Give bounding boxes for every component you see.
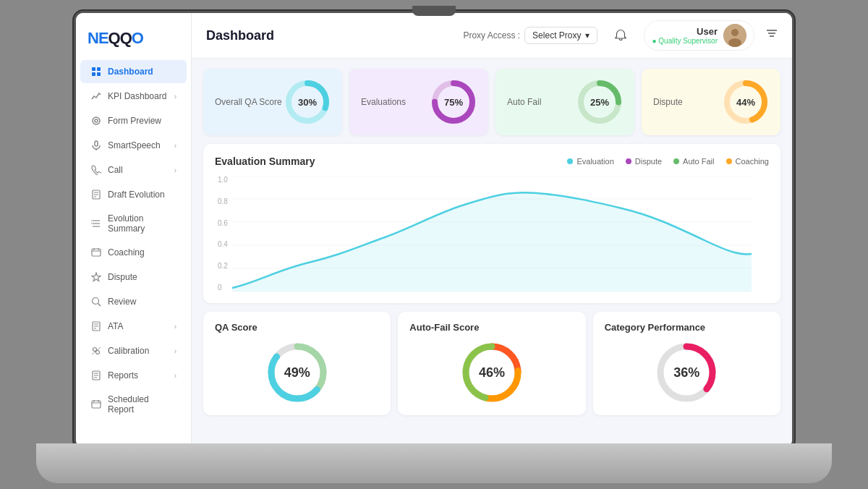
metric-card-qa-score: Overall QA Score 30% bbox=[203, 69, 342, 135]
dashboard-body: Overall QA Score 30% Evaluations bbox=[192, 59, 792, 447]
metric-label-dispute: Dispute bbox=[653, 97, 683, 107]
user-section: User ● Quality Supervisor bbox=[644, 20, 754, 51]
sidebar-label-reports: Reports bbox=[108, 370, 138, 380]
sidebar-item-review[interactable]: Review bbox=[80, 290, 187, 313]
sidebar-label-kpi: KPI Dashboard bbox=[108, 91, 166, 101]
svg-rect-3 bbox=[97, 72, 101, 76]
bottom-donut-qa: 49% bbox=[215, 340, 379, 405]
chevron-down-icon: ▾ bbox=[585, 30, 590, 41]
qa-donut: 30% bbox=[284, 79, 331, 125]
metric-card-dispute: Dispute 44% bbox=[642, 69, 780, 135]
svg-rect-2 bbox=[92, 72, 95, 76]
legend-label-autofail: Auto Fail bbox=[683, 157, 714, 166]
bottom-card-qa-score: QA Score 49% bbox=[203, 312, 391, 415]
sidebar-label-review: Review bbox=[108, 297, 136, 307]
sidebar-label-smartspeech: SmartSpeech bbox=[108, 140, 161, 150]
logo-ne: NE bbox=[88, 29, 109, 47]
svg-point-5 bbox=[95, 119, 98, 122]
draft-icon bbox=[90, 189, 102, 200]
sidebar-item-kpi-dashboard[interactable]: KPI Dashboard › bbox=[80, 85, 187, 108]
chart-area: 1.0 0.8 0.6 0.4 0.2 0 bbox=[215, 176, 769, 292]
call-arrow: › bbox=[174, 166, 176, 174]
bottom-donut-category-wrapper: 36% bbox=[605, 340, 769, 405]
calibration-icon bbox=[90, 345, 102, 357]
svg-rect-6 bbox=[95, 141, 98, 146]
sidebar-item-dashboard[interactable]: Dashboard bbox=[80, 60, 187, 83]
main-content: Dashboard Proxy Access : Select Proxy ▾ bbox=[192, 13, 792, 447]
legend-label-coaching: Coaching bbox=[736, 157, 769, 166]
call-icon bbox=[90, 164, 102, 176]
eval-donut: 75% bbox=[430, 79, 477, 125]
metric-label-autofail: Auto Fail bbox=[507, 97, 541, 107]
sidebar-item-scheduled-report[interactable]: Scheduled Report bbox=[80, 388, 187, 420]
bottom-card-title-category: Category Performance bbox=[605, 322, 769, 333]
bottom-card-category: Category Performance 36% bbox=[593, 312, 780, 415]
metric-label-qa: Overall QA Score bbox=[215, 97, 282, 107]
sidebar-label-dispute: Dispute bbox=[108, 272, 137, 282]
sidebar-label-ata: ATA bbox=[108, 321, 124, 331]
sidebar-label-scheduled: Scheduled Report bbox=[108, 394, 176, 414]
logo-qq: QQ bbox=[109, 29, 132, 47]
bottom-card-title-autofail: Auto-Fail Score bbox=[409, 322, 574, 333]
ata-icon bbox=[90, 320, 102, 332]
svg-rect-34 bbox=[92, 401, 101, 408]
sidebar-label-call: Call bbox=[108, 165, 123, 175]
sidebar-item-call[interactable]: Call › bbox=[80, 158, 187, 182]
legend-coaching: Coaching bbox=[726, 157, 769, 166]
svg-rect-0 bbox=[92, 67, 95, 71]
category-bottom-percent: 36% bbox=[673, 365, 699, 380]
legend-dot-dispute bbox=[626, 158, 631, 164]
dispute-icon bbox=[90, 271, 102, 283]
proxy-access-section: Proxy Access : Select Proxy ▾ bbox=[463, 27, 597, 44]
filter-icon[interactable] bbox=[766, 28, 778, 43]
sidebar-item-dispute[interactable]: Dispute bbox=[80, 265, 187, 289]
laptop-screen: NEQQO Dashboard bbox=[76, 13, 792, 447]
sidebar-item-evolution-summary[interactable]: Evolution Summary bbox=[80, 208, 187, 239]
calibration-arrow: › bbox=[174, 347, 176, 355]
logo-o: O bbox=[132, 29, 143, 47]
laptop-base bbox=[36, 443, 832, 483]
autofail-donut: 25% bbox=[576, 79, 623, 125]
dispute-percent: 44% bbox=[736, 97, 755, 108]
smartspeech-arrow: › bbox=[174, 142, 176, 150]
sidebar-item-reports[interactable]: Reports › bbox=[80, 364, 187, 387]
legend-dot-coaching bbox=[726, 158, 732, 164]
dispute-donut: 44% bbox=[723, 79, 769, 125]
proxy-label: Proxy Access : bbox=[463, 30, 520, 41]
legend-label-eval: Evaluation bbox=[576, 157, 613, 166]
sidebar: NEQQO Dashboard bbox=[76, 13, 192, 447]
eval-percent: 75% bbox=[444, 97, 463, 108]
sidebar-label-dashboard: Dashboard bbox=[108, 67, 153, 77]
svg-rect-1 bbox=[97, 67, 101, 71]
bell-icon[interactable] bbox=[609, 24, 632, 47]
legend-dot-eval bbox=[567, 158, 573, 164]
qa-percent: 30% bbox=[298, 97, 317, 108]
bottom-donut-qa-ring: 49% bbox=[265, 340, 330, 405]
proxy-select-dropdown[interactable]: Select Proxy ▾ bbox=[524, 27, 597, 44]
sidebar-item-form-preview[interactable]: Form Preview bbox=[80, 109, 187, 132]
kpi-icon bbox=[90, 90, 102, 102]
svg-point-40 bbox=[728, 38, 741, 47]
page-title: Dashboard bbox=[206, 28, 274, 43]
reports-arrow: › bbox=[174, 372, 176, 380]
chart-section: Evaluation Summary Evaluation Dispute bbox=[203, 144, 780, 303]
sidebar-item-smartspeech[interactable]: SmartSpeech › bbox=[80, 134, 187, 157]
metric-card-evaluations: Evaluations 75% bbox=[349, 69, 488, 135]
sidebar-item-ata[interactable]: ATA › bbox=[80, 315, 187, 338]
sidebar-item-calibration[interactable]: Calibration › bbox=[80, 339, 187, 362]
sidebar-item-draft-evolution[interactable]: Draft Evolution bbox=[80, 183, 187, 206]
summary-icon bbox=[90, 218, 102, 229]
metric-card-autofail: Auto Fail 25% bbox=[495, 69, 634, 135]
autofail-bottom-percent: 46% bbox=[479, 365, 505, 380]
form-icon bbox=[90, 115, 102, 127]
sidebar-item-coaching[interactable]: Coaching bbox=[80, 241, 187, 264]
metric-label-eval: Evaluations bbox=[361, 97, 406, 107]
y-axis-labels: 1.0 0.8 0.6 0.4 0.2 0 bbox=[215, 176, 231, 292]
user-info: User ● Quality Supervisor bbox=[652, 26, 718, 45]
legend-evaluation: Evaluation bbox=[567, 157, 613, 166]
svg-line-22 bbox=[98, 303, 101, 306]
ata-arrow: › bbox=[174, 323, 176, 331]
chart-header: Evaluation Summary Evaluation Dispute bbox=[215, 156, 769, 167]
bottom-card-autofail: Auto-Fail Score 46% bbox=[398, 312, 585, 415]
sidebar-label-summary: Evolution Summary bbox=[108, 213, 176, 234]
